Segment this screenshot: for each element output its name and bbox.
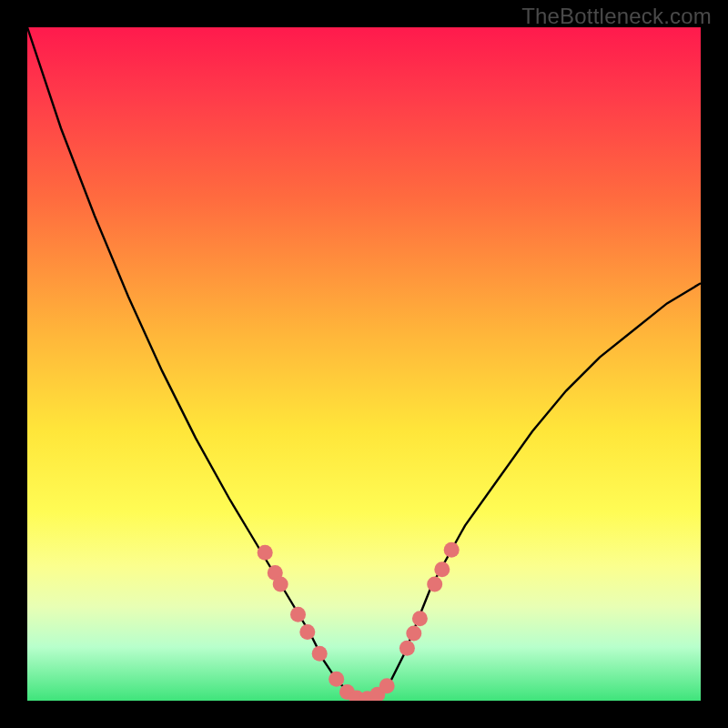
sample-dot [427, 577, 442, 592]
sample-dot [312, 646, 328, 662]
sample-dot [412, 611, 428, 626]
plot-area [27, 27, 701, 701]
sample-dot [434, 561, 450, 577]
sample-dot [299, 624, 315, 640]
sample-dot [406, 626, 421, 642]
sample-dot [444, 542, 460, 558]
sample-dot [273, 577, 288, 592]
bottleneck-curve-path [27, 27, 701, 701]
chart-svg [27, 27, 701, 701]
sample-dot [290, 607, 306, 622]
sample-dot [399, 641, 415, 656]
sample-dot [379, 678, 395, 693]
sample-dot [258, 545, 273, 561]
dots-group [258, 542, 460, 701]
sample-dot [329, 672, 344, 687]
outer-frame: TheBottleneck.com [0, 0, 728, 728]
watermark-text: TheBottleneck.com [521, 4, 712, 29]
